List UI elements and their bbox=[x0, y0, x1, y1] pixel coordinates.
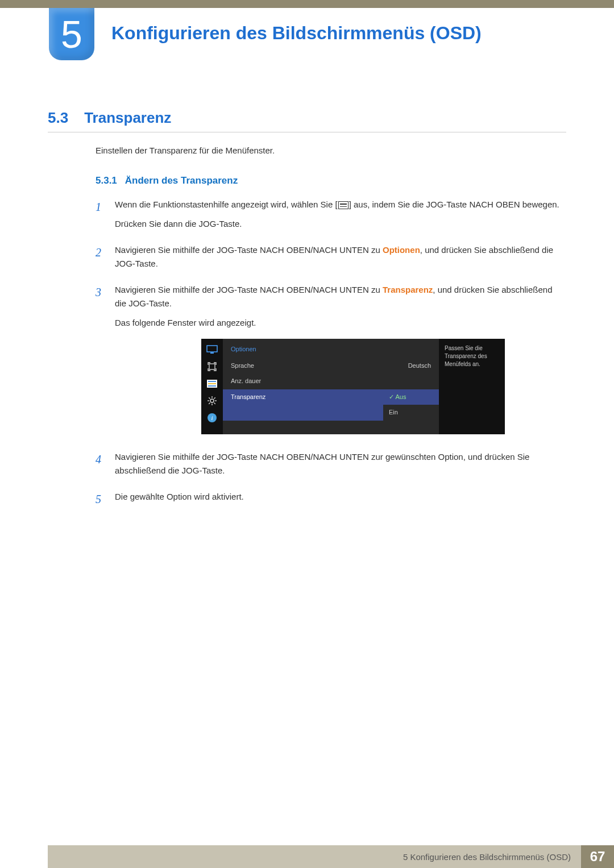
monitor-icon bbox=[206, 344, 218, 355]
highlight-transparenz: Transparenz bbox=[383, 285, 433, 294]
osd-sidebar: i bbox=[201, 339, 223, 434]
menu-icon bbox=[338, 201, 349, 209]
step-text: Das folgende Fenster wird angezeigt. bbox=[115, 316, 563, 330]
section-description: Einstellen der Transparenz für die Menüf… bbox=[96, 146, 275, 155]
svg-line-14 bbox=[214, 397, 215, 398]
osd-row-language: Sprache Deutsch bbox=[223, 358, 439, 374]
osd-help-panel: Passen Sie die Transparenz des Menüfelds… bbox=[439, 339, 505, 434]
list-icon bbox=[206, 379, 218, 389]
footer-chapter-label: 5 Konfigurieren des Bildschirmmenüs (OSD… bbox=[48, 845, 581, 868]
footer-page-number: 67 bbox=[581, 845, 614, 868]
svg-rect-5 bbox=[208, 383, 216, 384]
step-2: 2 Navigieren Sie mithilfe der JOG-Taste … bbox=[96, 243, 563, 276]
svg-rect-2 bbox=[209, 364, 215, 369]
step-body: Navigieren Sie mithilfe der JOG-Taste NA… bbox=[115, 243, 563, 276]
svg-point-7 bbox=[210, 399, 214, 402]
step-text: Wenn die Funktionstastenhilfe angezeigt … bbox=[115, 200, 338, 209]
svg-rect-1 bbox=[210, 352, 214, 354]
osd-option-off-selected: Aus bbox=[383, 389, 439, 405]
osd-menu: Optionen Sprache Deutsch Anz. dauer Tran… bbox=[223, 339, 439, 434]
svg-rect-4 bbox=[208, 381, 216, 382]
step-body: Die gewählte Option wird aktiviert. bbox=[115, 490, 244, 509]
osd-screenshot: i Optionen Sprache Deutsch Anz. dauer bbox=[115, 339, 563, 434]
osd-value: Deutsch bbox=[408, 361, 431, 371]
subsection-header: 5.3.1 Ändern des Transparenz bbox=[96, 175, 238, 186]
step-text: Drücken Sie dann die JOG-Taste. bbox=[115, 217, 559, 231]
step-number: 5 bbox=[96, 490, 105, 509]
section-divider bbox=[48, 132, 566, 132]
step-text: Navigieren Sie mithilfe der JOG-Taste NA… bbox=[115, 450, 563, 477]
page-footer: 5 Konfigurieren des Bildschirmmenüs (OSD… bbox=[0, 845, 614, 868]
section-title: Transparenz bbox=[84, 109, 171, 127]
step-text: ] aus, indem Sie die JOG-Taste NACH OBEN… bbox=[349, 200, 559, 209]
step-list: 1 Wenn die Funktionstastenhilfe angezeig… bbox=[96, 198, 563, 516]
svg-text:i: i bbox=[211, 414, 213, 421]
step-number: 3 bbox=[96, 283, 105, 443]
step-text: Die gewählte Option wird aktiviert. bbox=[115, 490, 244, 504]
step-text: Navigieren Sie mithilfe der JOG-Taste NA… bbox=[115, 285, 383, 294]
svg-line-15 bbox=[209, 403, 210, 404]
osd-row-duration: Anz. dauer bbox=[223, 373, 439, 389]
highlight-optionen: Optionen bbox=[383, 245, 420, 255]
osd-submenu: Aus Ein bbox=[383, 389, 439, 421]
osd-option-on: Ein bbox=[383, 405, 439, 421]
step-body: Wenn die Funktionstastenhilfe angezeigt … bbox=[115, 198, 559, 236]
osd-menu-heading: Optionen bbox=[223, 342, 439, 358]
step-1: 1 Wenn die Funktionstastenhilfe angezeig… bbox=[96, 198, 563, 236]
chapter-title: Konfigurieren des Bildschirmmenüs (OSD) bbox=[111, 23, 482, 44]
svg-rect-0 bbox=[207, 346, 217, 352]
resize-icon bbox=[206, 362, 218, 372]
svg-line-12 bbox=[209, 397, 210, 398]
step-3: 3 Navigieren Sie mithilfe der JOG-Taste … bbox=[96, 283, 563, 443]
top-accent-bar bbox=[0, 0, 614, 8]
osd-window: i Optionen Sprache Deutsch Anz. dauer bbox=[201, 339, 505, 434]
section-number: 5.3 bbox=[48, 109, 68, 127]
step-number: 4 bbox=[96, 450, 105, 483]
osd-label: Sprache bbox=[231, 361, 254, 371]
osd-label: Anz. dauer bbox=[231, 376, 261, 387]
chapter-number-badge: 5 bbox=[49, 8, 94, 60]
section-header: 5.3 Transparenz bbox=[48, 109, 171, 127]
step-4: 4 Navigieren Sie mithilfe der JOG-Taste … bbox=[96, 450, 563, 483]
svg-rect-6 bbox=[208, 385, 216, 387]
svg-line-13 bbox=[214, 403, 215, 404]
step-number: 1 bbox=[96, 198, 105, 236]
step-5: 5 Die gewählte Option wird aktiviert. bbox=[96, 490, 563, 509]
osd-row-transparency-selected: Transparenz bbox=[223, 389, 383, 421]
step-text: Navigieren Sie mithilfe der JOG-Taste NA… bbox=[115, 245, 383, 255]
subsection-number: 5.3.1 bbox=[96, 175, 117, 186]
step-body: Navigieren Sie mithilfe der JOG-Taste NA… bbox=[115, 283, 563, 443]
step-body: Navigieren Sie mithilfe der JOG-Taste NA… bbox=[115, 450, 563, 483]
gear-icon bbox=[206, 396, 218, 406]
osd-label: Transparenz bbox=[231, 392, 265, 418]
info-icon: i bbox=[206, 413, 218, 423]
step-number: 2 bbox=[96, 243, 105, 276]
subsection-title: Ändern des Transparenz bbox=[125, 175, 238, 186]
